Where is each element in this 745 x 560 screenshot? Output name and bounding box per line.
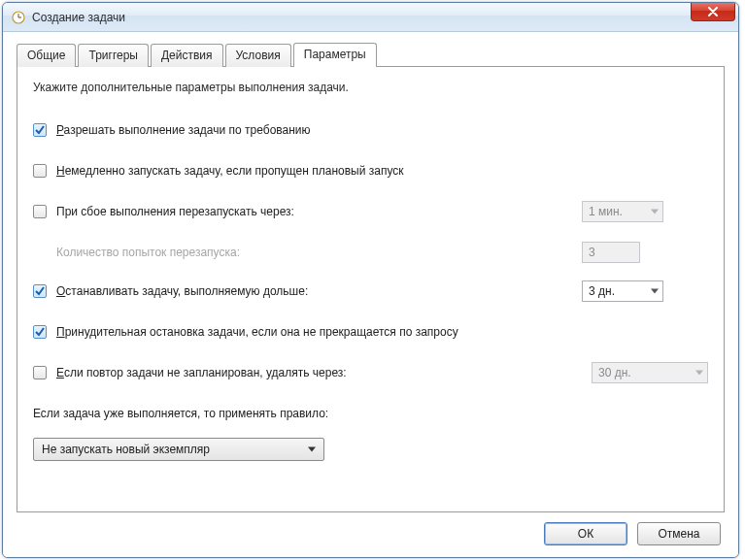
chevron-down-icon [695, 371, 703, 376]
row-restart-on-fail: При сбое выполнения перезапускать через:… [33, 201, 708, 222]
checkbox-force-stop[interactable] [33, 325, 47, 339]
combo-restart-interval: 1 мин. [582, 201, 663, 222]
combo-delete-after-value: 30 дн. [598, 366, 631, 379]
tab-settings[interactable]: Параметры [293, 43, 377, 67]
tab-panel-settings: Укажите дополнительные параметры выполне… [17, 66, 725, 512]
row-allow-on-demand: Разрешать выполнение задачи по требовани… [33, 119, 708, 141]
label-force-stop: Принудительная остановка задачи, если он… [56, 325, 458, 339]
tab-actions[interactable]: Действия [151, 44, 223, 67]
row-force-stop: Принудительная остановка задачи, если он… [33, 321, 708, 343]
checkbox-restart-on-fail[interactable] [33, 205, 47, 218]
combo-restart-interval-value: 1 мин. [589, 205, 623, 218]
row-rule-combo: Не запускать новый экземпляр [33, 438, 708, 461]
combo-stop-duration[interactable]: 3 дн. [582, 280, 663, 302]
chevron-down-icon [651, 210, 659, 214]
tab-general[interactable]: Общие [17, 44, 76, 67]
chevron-down-icon [308, 447, 316, 452]
row-restart-count: Количество попыток перезапуска: 3 [33, 242, 708, 263]
tab-triggers[interactable]: Триггеры [78, 44, 149, 67]
client-area: Общие Триггеры Действия Условия Параметр… [3, 32, 738, 557]
checkbox-delete-after[interactable] [33, 366, 47, 379]
combo-running-rule[interactable]: Не запускать новый экземпляр [33, 438, 324, 461]
label-delete-after: Если повтор задачи не запланирован, удал… [56, 366, 347, 379]
dialog-window: Создание задачи Общие Триггеры Действия … [2, 2, 739, 558]
combo-running-rule-value: Не запускать новый экземпляр [42, 443, 210, 456]
ok-button[interactable]: ОК [544, 522, 627, 545]
label-stop-if-longer: Останавливать задачу, выполняемую дольше… [56, 284, 308, 298]
cancel-button[interactable]: Отмена [637, 522, 721, 545]
checkbox-allow-on-demand[interactable] [33, 123, 47, 137]
combo-stop-duration-value: 3 дн. [589, 284, 615, 298]
button-bar: ОК Отмена [17, 512, 725, 545]
checkbox-run-if-missed[interactable] [33, 164, 47, 178]
label-restart-count: Количество попыток перезапуска: [56, 246, 240, 259]
tab-conditions[interactable]: Условия [225, 44, 291, 67]
label-running-rule: Если задача уже выполняется, то применят… [33, 407, 328, 420]
combo-delete-after: 30 дн. [592, 362, 708, 383]
close-button[interactable] [691, 2, 735, 21]
spin-restart-count-value: 3 [589, 246, 595, 259]
window-title: Создание задачи [32, 11, 125, 24]
row-stop-if-longer: Останавливать задачу, выполняемую дольше… [33, 280, 708, 302]
label-allow-on-demand: Разрешать выполнение задачи по требовани… [56, 123, 311, 137]
row-delete-after: Если повтор задачи не запланирован, удал… [33, 362, 708, 383]
titlebar: Создание задачи [3, 3, 738, 32]
checkbox-stop-if-longer[interactable] [33, 284, 47, 298]
app-icon [11, 10, 26, 25]
tabstrip: Общие Триггеры Действия Условия Параметр… [17, 42, 725, 66]
label-restart-on-fail: При сбое выполнения перезапускать через: [56, 205, 294, 218]
row-rule-label: Если задача уже выполняется, то применят… [33, 403, 708, 424]
chevron-down-icon [651, 289, 659, 294]
panel-description: Укажите дополнительные параметры выполне… [33, 81, 708, 94]
row-run-if-missed: Немедленно запускать задачу, если пропущ… [33, 160, 708, 181]
spin-restart-count: 3 [582, 242, 640, 263]
label-run-if-missed: Немедленно запускать задачу, если пропущ… [56, 164, 404, 178]
